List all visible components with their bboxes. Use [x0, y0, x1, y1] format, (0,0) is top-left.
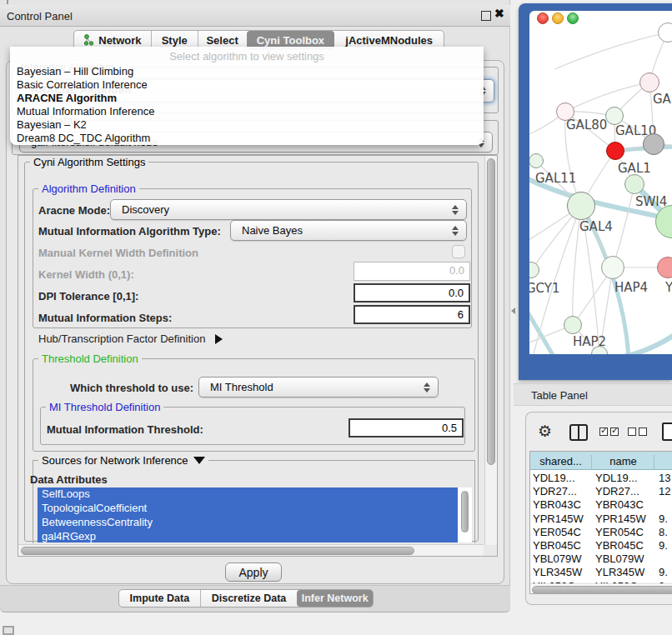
mi-type-combo[interactable]: Naive Bayes — [230, 220, 467, 241]
close-window-button[interactable]: ✖ — [494, 7, 504, 20]
table-cell[interactable]: YPR145W — [595, 512, 655, 525]
table-row[interactable]: YER054CYER054C8. — [530, 525, 672, 538]
attributes-list-scrollbar[interactable] — [460, 489, 470, 541]
network-node-Y[interactable] — [657, 257, 672, 278]
node-label: GCY1 — [529, 281, 560, 296]
table-row[interactable]: YPR145WYPR145W9. — [530, 512, 672, 525]
node-label: GAL4 — [579, 219, 613, 234]
dropdown-item[interactable]: Mutual Information Inference — [13, 105, 480, 118]
attribute-list-item[interactable]: gal4RGexp — [38, 530, 458, 542]
table-panel-window: ⚙ ✓ ✓ shared... name YDL19...YDL19...13Y… — [525, 412, 672, 605]
table-cell[interactable]: YBL079W — [533, 552, 593, 565]
unchecked-checkbox-icon[interactable] — [628, 428, 636, 436]
table-row[interactable]: YBL079WYBL079W — [530, 552, 672, 565]
aracne-mode-combo[interactable]: Discovery — [110, 199, 467, 220]
apply-button[interactable]: Apply — [225, 562, 282, 582]
table-cell[interactable]: YBL079W — [595, 552, 655, 565]
mi-steps-input[interactable]: 6 — [354, 305, 470, 324]
table-cell[interactable]: YDL19... — [595, 472, 655, 484]
gear-icon[interactable]: ⚙ — [538, 422, 552, 441]
column-header[interactable]: name — [593, 455, 654, 470]
dropdown-item[interactable]: Bayesian – K2 — [13, 118, 480, 132]
table-cell[interactable]: 9. — [659, 539, 672, 552]
network-node[interactable] — [643, 133, 664, 155]
attribute-list-item[interactable]: SelfLoops — [38, 488, 458, 502]
table-horizontal-scrollbar[interactable] — [530, 583, 672, 594]
table-cell[interactable]: YLR345W — [533, 566, 593, 578]
tab-discretize-data[interactable]: Discretize Data — [201, 590, 298, 607]
table-row[interactable]: YLR345WYLR345W9. — [530, 565, 672, 578]
attributes-scrollbar-thumb[interactable] — [461, 491, 469, 532]
table-cell[interactable]: YBR045C — [595, 539, 655, 552]
network-node-GCY1[interactable] — [529, 262, 539, 278]
network-node-GAL11[interactable] — [529, 153, 544, 168]
document-icon[interactable] — [662, 422, 672, 441]
dpi-tolerance-input[interactable]: 0.0 — [354, 283, 470, 302]
column-header[interactable] — [655, 455, 672, 470]
table-cell[interactable]: YLR345W — [595, 566, 655, 578]
attribute-list-item[interactable]: BetweennessCentrality — [38, 516, 458, 530]
which-threshold-combo[interactable]: MI Threshold — [198, 377, 439, 398]
network-node-SWI4[interactable] — [624, 174, 644, 194]
checked-checkbox-icon[interactable]: ✓ — [599, 428, 608, 436]
control-panel-title: Control Panel — [7, 10, 73, 22]
dropdown-item[interactable]: Basic Correlation Inference — [13, 78, 480, 92]
attribute-list-item[interactable]: TopologicalCoefficient — [38, 502, 458, 516]
table-cell[interactable]: 9. — [659, 566, 672, 578]
settings-vertical-scrollbar[interactable] — [484, 156, 497, 545]
table-cell[interactable]: 13 — [659, 472, 672, 484]
table-cell[interactable]: 12 — [659, 485, 672, 498]
table-cell[interactable]: YBR043C — [533, 498, 593, 511]
settings-horizontal-scrollbar[interactable] — [18, 544, 484, 556]
float-window-button[interactable] — [481, 11, 491, 21]
network-node-GAL1[interactable] — [606, 142, 624, 160]
collapsed-panel-icon[interactable] — [3, 626, 14, 635]
table-cell[interactable]: YPR145W — [533, 512, 593, 525]
unchecked-checkbox-icon[interactable] — [639, 428, 647, 436]
table-row[interactable]: YBR045CYBR045C9. — [530, 538, 672, 552]
table-scrollbar-thumb[interactable] — [532, 586, 672, 594]
vertical-scrollbar-thumb[interactable] — [487, 158, 495, 465]
table-cell[interactable]: YBR045C — [533, 539, 593, 552]
table-cell[interactable]: YER054C — [533, 526, 593, 538]
network-node-GAL4[interactable] — [567, 192, 595, 220]
split-columns-icon[interactable] — [569, 424, 588, 441]
table-cell[interactable]: YDR27... — [595, 485, 655, 498]
collapse-arrow-icon[interactable] — [193, 457, 205, 464]
table-row[interactable]: YBR043CYBR043C — [530, 498, 672, 511]
table-cell[interactable]: 8. — [659, 526, 672, 538]
network-node-GAL[interactable] — [639, 72, 659, 92]
data-attributes-list[interactable]: SelfLoopsTopologicalCoefficientBetweenne… — [38, 488, 472, 542]
network-node-GAL10[interactable] — [605, 107, 624, 125]
kernel-width-label: Kernel Width (0,1): — [38, 268, 134, 281]
hub-definition-toggle[interactable]: Hub/Transcription Factor Definition — [38, 332, 223, 345]
column-header[interactable]: shared... — [530, 455, 592, 470]
sources-group-title: Sources for Network Inference — [42, 454, 188, 467]
manual-kernel-checkbox[interactable] — [452, 245, 465, 258]
table-cell[interactable]: YER054C — [595, 526, 655, 538]
table-cell[interactable]: YDR27... — [533, 485, 593, 498]
network-node-HAP2[interactable] — [564, 316, 582, 334]
kernel-width-input[interactable]: 0.0 — [354, 262, 470, 281]
table-header-row: shared... name — [530, 452, 672, 470]
table-cell[interactable]: YDL19... — [533, 472, 593, 484]
table-row[interactable]: YDR27...YDR27...12 — [530, 484, 672, 498]
table-row[interactable]: YDL19...YDL19...13 — [530, 471, 672, 484]
checked-checkbox-icon[interactable]: ✓ — [610, 428, 619, 436]
table-panel-header: Table Panel — [514, 383, 672, 406]
mi-threshold-input[interactable]: 0.5 — [349, 418, 464, 438]
network-node[interactable] — [658, 22, 672, 42]
tab-infer-network[interactable]: Infer Network — [297, 590, 373, 607]
table-cell[interactable]: YBR043C — [595, 498, 655, 511]
network-node-HAP4[interactable] — [601, 256, 624, 279]
combo-arrows-icon — [424, 382, 430, 392]
mi-steps-label: Mutual Information Steps: — [38, 312, 172, 324]
network-node[interactable] — [655, 205, 672, 238]
horizontal-scrollbar-thumb[interactable] — [21, 547, 414, 555]
tab-impute-data[interactable]: Impute Data — [119, 590, 200, 607]
table-cell[interactable]: 9. — [659, 512, 672, 525]
dropdown-item[interactable]: ARACNE Algorithm — [13, 92, 480, 105]
splitter-handle-icon[interactable] — [511, 308, 515, 314]
dropdown-item[interactable]: Dream8 DC_TDC Algorithm — [13, 132, 480, 145]
dropdown-item[interactable]: Bayesian – Hill Climbing — [13, 65, 480, 78]
